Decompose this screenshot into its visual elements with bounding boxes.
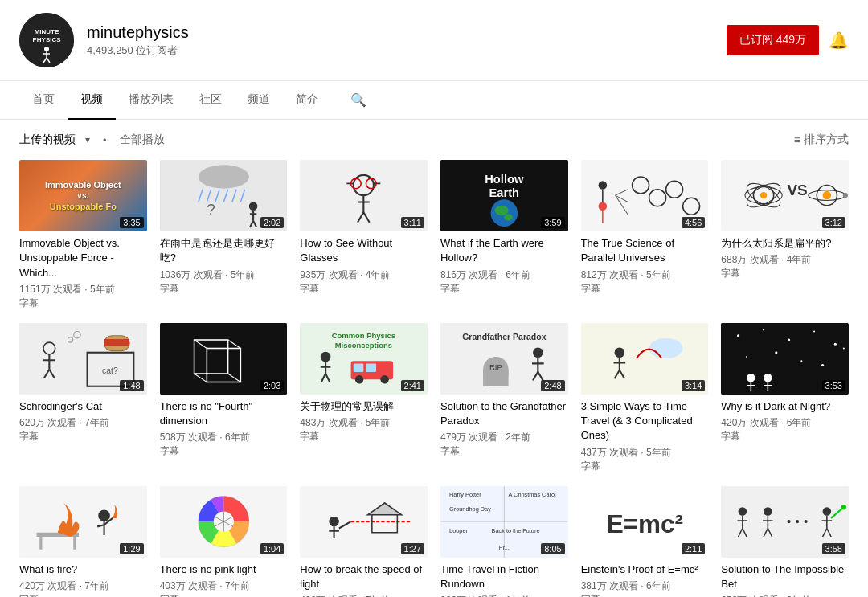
video-info: How to See Without Glasses 935万 次观看 · 4年… xyxy=(300,231,428,295)
channel-nav: 首页 视频 播放列表 社区 频道 简介 🔍 xyxy=(0,81,868,120)
svg-point-37 xyxy=(504,214,512,220)
upload-videos-label[interactable]: 上传的视频 xyxy=(19,133,76,147)
svg-rect-96 xyxy=(483,370,508,386)
channel-logo: MINUTE PHYSICS xyxy=(19,13,74,67)
video-info: Solution to The Impossible Bet 353万 次观看 … xyxy=(721,558,849,597)
svg-text:Pr...: Pr... xyxy=(499,543,510,550)
duration-badge: 3:14 xyxy=(682,380,705,391)
video-item[interactable]: Harry Potter A Christmas Carol Groundhog… xyxy=(440,486,568,597)
channel-name: minutephysics xyxy=(87,23,727,42)
svg-point-41 xyxy=(598,202,607,211)
video-thumbnail: 4:56 xyxy=(581,160,709,231)
video-caption: 字幕 xyxy=(721,430,849,444)
video-item[interactable]: Grandfather Paradox RIP 2:48 Solution to… xyxy=(440,323,568,473)
video-thumbnail: Common Physics Misconceptions 2:41 xyxy=(300,323,428,395)
video-thumbnail: Grandfather Paradox RIP 2:48 xyxy=(440,323,568,395)
video-item[interactable]: cat? 1:48 Schrödinger's Cat 620万 次观看 · 7… xyxy=(19,323,147,473)
tab-playlists[interactable]: 播放列表 xyxy=(116,81,186,120)
video-meta: 816万 次观看 · 6年前 xyxy=(440,268,568,282)
duration-badge: 3:12 xyxy=(822,217,845,228)
video-meta: 437万 次观看 · 5年前 xyxy=(581,445,709,460)
video-title: Immovable Object vs. Unstoppable Force -… xyxy=(19,236,147,280)
svg-rect-84 xyxy=(354,363,364,372)
video-item[interactable]: ? 2:02 在雨中是跑还是走哪更好吃? 1036万 次观看 · 5年前 字幕 xyxy=(160,160,288,310)
video-item[interactable]: 3:14 3 Simple Ways to Time Travel (& 3 C… xyxy=(581,323,709,473)
svg-point-86 xyxy=(321,351,331,362)
tab-community[interactable]: 社区 xyxy=(186,81,235,120)
video-thumbnail: 1:27 xyxy=(300,486,428,558)
video-title: Solution to the Grandfather Paradox xyxy=(440,399,568,428)
svg-text:Common Physics: Common Physics xyxy=(332,331,395,340)
video-thumbnail: 3:14 xyxy=(581,323,709,395)
svg-point-98 xyxy=(533,347,543,358)
video-item[interactable]: 3:58 Solution to The Impossible Bet 353万… xyxy=(721,486,849,597)
video-thumbnail: 3:58 xyxy=(721,486,849,558)
duration-badge: 2:02 xyxy=(260,217,284,228)
video-thumbnail: Harry Potter A Christmas Carol Groundhog… xyxy=(440,486,568,558)
duration-badge: 1:27 xyxy=(401,543,424,554)
svg-point-59 xyxy=(823,191,832,200)
svg-point-116 xyxy=(746,356,747,358)
upload-dropdown-icon[interactable]: ▾ xyxy=(85,134,90,145)
video-thumbnail: 3:11 xyxy=(300,160,428,231)
video-thumbnail: 1:29 xyxy=(19,486,147,558)
video-item[interactable]: 3:11 How to See Without Glasses 935万 次观看… xyxy=(300,160,428,310)
video-meta: 935万 次观看 · 4年前 xyxy=(300,268,428,282)
svg-text:RIP: RIP xyxy=(489,362,502,371)
video-item[interactable]: 1:27 How to break the speed of light 400… xyxy=(300,486,428,597)
video-item[interactable]: 2:03 There is no "Fourth" dimension 508万… xyxy=(160,323,288,473)
video-info: The True Science of Parallel Universes 8… xyxy=(581,231,709,295)
video-item[interactable]: Common Physics Misconceptions 2:41 关于物理的… xyxy=(300,323,428,473)
svg-point-112 xyxy=(763,329,764,330)
tab-about[interactable]: 简介 xyxy=(283,81,331,120)
play-all-button[interactable]: 全部播放 xyxy=(120,133,165,147)
video-item[interactable]: 1:29 What is fire? 420万 次观看 · 7年前 字幕 xyxy=(19,486,147,597)
video-meta: 508万 次观看 · 6年前 xyxy=(160,430,288,444)
video-item[interactable]: VS 3:12 为什么太阳系是扁平的? 688万 次观看 · 4年前 字幕 xyxy=(721,160,849,310)
video-item[interactable]: Hollow Earth 3:59 What if the Earth were… xyxy=(440,160,568,310)
video-item[interactable]: 1:04 There is no pink light 403万 次观看 · 7… xyxy=(160,486,288,597)
svg-text:Back to the Future: Back to the Future xyxy=(492,526,540,534)
svg-text:Misconceptions: Misconceptions xyxy=(335,341,392,350)
video-caption: 字幕 xyxy=(581,460,709,473)
svg-point-3 xyxy=(44,47,49,51)
svg-point-39 xyxy=(598,181,607,190)
video-title: 3 Simple Ways to Time Travel (& 3 Compli… xyxy=(581,399,709,444)
toolbar-left: 上传的视频 ▾ • 全部播放 xyxy=(19,133,165,147)
video-item[interactable]: E=mc² 2:11 Einstein's Proof of E=mc² 381… xyxy=(581,486,709,597)
svg-text:VS: VS xyxy=(788,182,808,198)
video-title: How to break the speed of light xyxy=(300,562,428,591)
notification-bell-icon[interactable]: 🔔 xyxy=(829,31,849,50)
svg-point-171 xyxy=(788,520,791,523)
video-title: 在雨中是跑还是走哪更好吃? xyxy=(160,236,288,265)
sort-button[interactable]: ≡ 排序方式 xyxy=(794,133,849,147)
svg-point-9 xyxy=(198,165,248,188)
tab-channels[interactable]: 频道 xyxy=(235,81,283,120)
svg-rect-85 xyxy=(366,363,377,372)
subscribe-button[interactable]: 已订阅 449万 xyxy=(727,25,819,55)
video-info: There is no pink light 403万 次观看 · 7年前 字幕 xyxy=(160,558,288,597)
svg-point-173 xyxy=(805,520,808,523)
svg-point-111 xyxy=(737,334,739,337)
video-title: Einstein's Proof of E=mc² xyxy=(581,562,709,577)
video-item[interactable]: 4:56 The True Science of Parallel Univer… xyxy=(581,160,709,310)
video-info: Einstein's Proof of E=mc² 381万 次观看 · 6年前… xyxy=(581,558,709,597)
tab-videos[interactable]: 视频 xyxy=(68,81,116,120)
svg-point-172 xyxy=(796,520,799,523)
duration-badge: 1:48 xyxy=(120,380,143,391)
channel-search-icon[interactable]: 🔍 xyxy=(338,81,379,119)
duration-badge: 2:11 xyxy=(682,543,705,554)
video-meta: 400万 次观看 · 7年前 xyxy=(300,593,428,597)
svg-point-119 xyxy=(821,364,824,366)
video-item[interactable]: Immovable Object vs. Unstoppable Fo 3:35… xyxy=(19,160,147,310)
video-thumbnail: Hollow Earth 3:59 xyxy=(440,160,568,231)
video-meta: 483万 次观看 · 5年前 xyxy=(300,415,428,430)
video-item[interactable]: 3:53 Why is it Dark at Night? 420万 次观看 ·… xyxy=(721,323,849,473)
channel-info: minutephysics 4,493,250 位订阅者 xyxy=(87,23,727,58)
svg-point-36 xyxy=(495,206,509,216)
tab-home[interactable]: 首页 xyxy=(19,81,68,120)
duration-badge: 3:53 xyxy=(822,380,845,391)
duration-badge: 3:11 xyxy=(401,217,424,228)
svg-point-121 xyxy=(747,374,755,382)
duration-badge: 1:29 xyxy=(120,543,143,554)
